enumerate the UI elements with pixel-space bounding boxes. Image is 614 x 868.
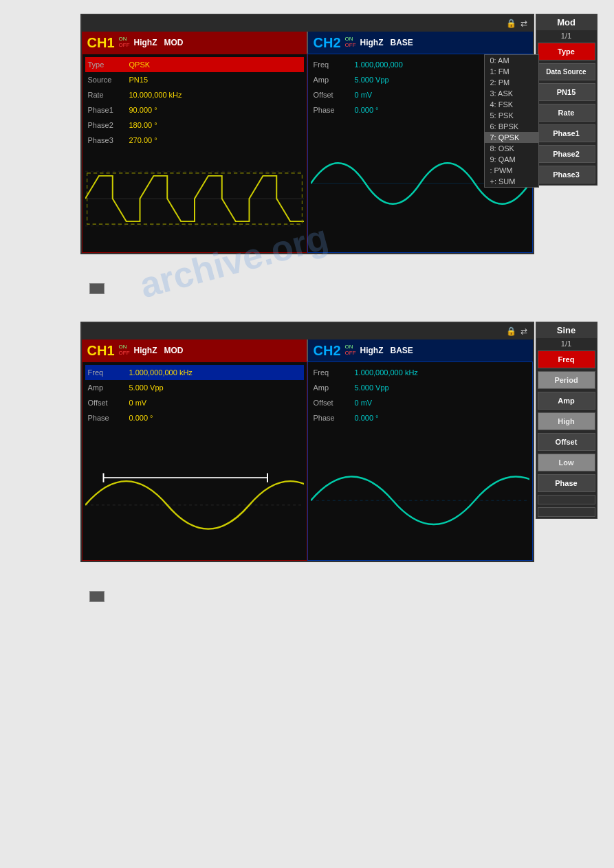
panel2-wrapper: 🔒 ⇄ CH1 ON OFF HighZ MOD CH2 ON — [80, 322, 534, 562]
dd-psk[interactable]: 5: PSK — [485, 110, 538, 121]
ch1-offset-label-2: Offset — [88, 399, 129, 407]
sidebar-page-2: 1/1 — [536, 338, 597, 349]
ch1-source-value: PN15 — [129, 76, 149, 84]
ch2-waveform-2 — [311, 425, 529, 557]
ch1-phase1-row[interactable]: Phase1 90.000 ° — [85, 102, 304, 118]
ch1-type-row[interactable]: Type QPSK — [85, 57, 304, 72]
sidebar-phase2-btn[interactable]: Phase2 — [538, 145, 595, 163]
dd-pm[interactable]: 2: PM — [485, 77, 538, 88]
sidebar-period-btn[interactable]: Period — [538, 371, 595, 389]
ch2-amp-label-2: Amp — [314, 383, 355, 392]
ch1-amp-label-2: Amp — [88, 383, 129, 392]
ch1-freq-row-2[interactable]: Freq 1.000,000,000 kHz — [85, 365, 304, 380]
sidebar-type-btn[interactable]: Type — [538, 43, 595, 60]
ch1-amp-row-2[interactable]: Amp 5.000 Vpp — [85, 380, 304, 395]
sidebar-panel1: Mod 1/1 Type Data Source PN15 Rate Phase… — [536, 14, 597, 186]
ch1-waveform-svg — [85, 148, 304, 249]
ch1-display: Type QPSK Source PN15 Rate 10.000,000 kH… — [82, 54, 307, 253]
sidebar-phase-btn-2[interactable]: Phase — [538, 474, 595, 492]
ch1-phase-label-2: Phase — [88, 414, 129, 422]
ch2-amp-row-2[interactable]: Amp 5.000 Vpp — [311, 380, 529, 395]
sidebar-datasource-btn[interactable]: Data Source — [538, 63, 595, 80]
checkbox-1[interactable] — [89, 283, 105, 294]
dd-fsk[interactable]: 4: FSK — [485, 99, 538, 110]
dd-osk[interactable]: 8: OSK — [485, 143, 538, 154]
display-area-1: Type QPSK Source PN15 Rate 10.000,000 kH… — [82, 54, 533, 253]
sidebar-empty-btn-1[interactable] — [538, 495, 595, 504]
ch1-phase3-row[interactable]: Phase3 270.00 ° — [85, 133, 304, 148]
ch2-offset-row-2[interactable]: Offset 0 mV — [311, 395, 529, 410]
ch1-type-value: QPSK — [129, 60, 151, 69]
dd-pwm[interactable]: : PWM — [485, 165, 538, 176]
ch1-source-row[interactable]: Source PN15 — [85, 72, 304, 87]
ch1-offset-row-2[interactable]: Offset 0 mV — [85, 395, 304, 410]
ch1-off: OFF — [119, 43, 130, 49]
type-dropdown[interactable]: 0: AM 1: FM 2: PM 3: ASK 4: FSK 5: PSK 6… — [484, 54, 539, 188]
ch2-header: CH2 ON OFF HighZ BASE — [308, 32, 533, 54]
instrument-panel-1: 🔒 ⇄ CH1 ON OFF HighZ MOD CH2 ON — [80, 14, 534, 254]
ch2-freq-label: Freq — [314, 60, 355, 69]
sidebar-low-btn[interactable]: Low — [538, 454, 595, 471]
sidebar-page-1: 1/1 — [536, 30, 597, 41]
ch1-phase-row-2[interactable]: Phase 0.000 ° — [85, 410, 304, 425]
ch1-mode-2: MOD — [164, 346, 184, 355]
sidebar-amp-btn[interactable]: Amp — [538, 392, 595, 410]
sidebar-pn15-btn[interactable]: PN15 — [538, 83, 595, 101]
ch2-freq-label-2: Freq — [314, 368, 355, 377]
ch2-phase-label: Phase — [314, 106, 355, 114]
ch1-phase2-row[interactable]: Phase2 180.00 ° — [85, 118, 304, 133]
sidebar-title-2: Sine — [536, 322, 597, 338]
ch1-label: CH1 — [87, 35, 115, 51]
ch1-type-label: Type — [88, 60, 129, 69]
panel1-topbar: 🔒 ⇄ — [82, 15, 533, 32]
ch2-offset-value-2: 0 mV — [355, 399, 373, 407]
ch2-mode-2: BASE — [391, 346, 413, 355]
dd-sum[interactable]: +: SUM — [485, 176, 538, 187]
ch1-phase1-value: 90.000 ° — [129, 106, 157, 114]
ch1-waveform — [85, 148, 304, 249]
ch1-waveform-svg-2 — [85, 425, 304, 557]
dd-ask[interactable]: 3: ASK — [485, 88, 538, 99]
ch2-phase-row-2[interactable]: Phase 0.000 ° — [311, 410, 529, 425]
dd-am[interactable]: 0: AM — [485, 55, 538, 66]
ch2-label: CH2 — [314, 35, 341, 51]
ch2-freq-value: 1.000,000,000 — [355, 60, 403, 69]
ch1-rate-value: 10.000,000 kHz — [129, 91, 182, 99]
sidebar-phase3-btn[interactable]: Phase3 — [538, 166, 595, 183]
ch2-status: ON OFF — [345, 36, 356, 49]
dd-qpsk[interactable]: 7: QPSK — [485, 132, 538, 143]
lock-icon: 🔒 — [506, 19, 516, 28]
sidebar-rate-btn[interactable]: Rate — [538, 104, 595, 122]
sidebar-offset-btn[interactable]: Offset — [538, 433, 595, 451]
ch1-header: CH1 ON OFF HighZ MOD — [82, 32, 308, 54]
ch1-rate-row[interactable]: Rate 10.000,000 kHz — [85, 87, 304, 102]
sidebar-high-btn[interactable]: High — [538, 412, 595, 430]
usb-icon: ⇄ — [520, 19, 527, 28]
ch2-phase-value-2: 0.000 ° — [355, 414, 379, 422]
sidebar-empty-btn-2[interactable] — [538, 507, 595, 517]
ch2-impedance-2: HighZ — [360, 346, 384, 355]
dd-qam[interactable]: 9: QAM — [485, 154, 538, 165]
ch2-freq-row-2[interactable]: Freq 1.000,000,000 kHz — [311, 365, 529, 380]
sidebar-phase1-btn[interactable]: Phase1 — [538, 124, 595, 142]
ch2-freq-value-2: 1.000,000,000 kHz — [355, 368, 418, 377]
panel2-topbar: 🔒 ⇄ — [82, 323, 533, 340]
ch2-display: Freq 1.000,000,000 Amp 5.000 Vpp Offset … — [307, 54, 533, 253]
channels-header-2: CH1 ON OFF HighZ MOD CH2 ON OFF HighZ BA — [82, 340, 533, 361]
lock-icon-2: 🔒 — [506, 326, 516, 336]
ch2-phase-label-2: Phase — [314, 414, 355, 422]
sidebar-title-1: Mod — [536, 14, 597, 30]
dd-fm[interactable]: 1: FM — [485, 66, 538, 77]
ch2-off-2: OFF — [345, 350, 356, 357]
ch2-offset-label: Offset — [314, 91, 355, 99]
dd-bpsk[interactable]: 6: BPSK — [485, 121, 538, 132]
checkbox-2[interactable] — [89, 591, 105, 602]
ch2-status-2: ON OFF — [345, 344, 356, 357]
ch2-display-2: Freq 1.000,000,000 kHz Amp 5.000 Vpp Off… — [307, 361, 533, 561]
sidebar-freq-btn[interactable]: Freq — [538, 350, 595, 368]
ch2-waveform-svg-2 — [311, 425, 529, 557]
ch1-rate-label: Rate — [88, 91, 129, 99]
ch1-phase2-label: Phase2 — [88, 121, 129, 129]
checkbox-1-area — [89, 282, 105, 294]
channels-header-1: CH1 ON OFF HighZ MOD CH2 ON OFF HighZ BA — [82, 32, 533, 54]
